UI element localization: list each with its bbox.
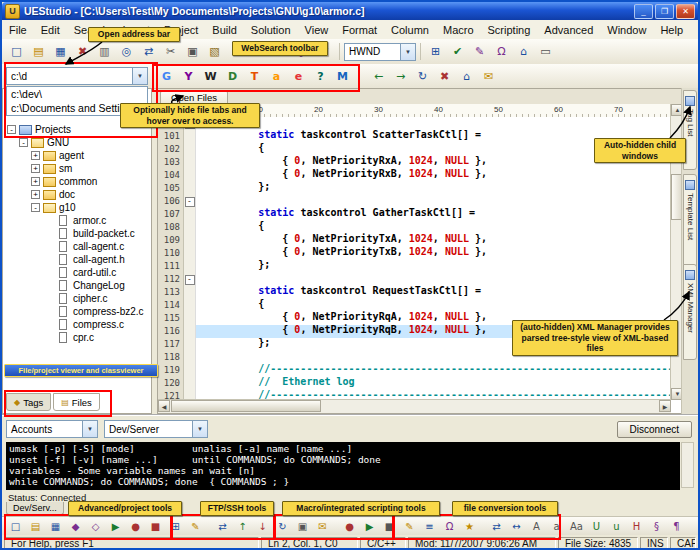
fold-marker[interactable] (184, 130, 196, 143)
sidebar-tab[interactable]: ▤ Files (53, 393, 100, 411)
fold-marker[interactable] (184, 312, 196, 325)
menu-item[interactable]: Advanced (537, 23, 600, 37)
open-files-tab[interactable]: Open Files (160, 90, 228, 104)
replace-icon[interactable]: ⇄ (138, 42, 159, 61)
from-utf8-icon[interactable]: u (607, 518, 626, 535)
menu-item[interactable]: Macro (436, 23, 481, 37)
autohide-tab[interactable]: XML Manager (683, 264, 697, 360)
ssh-terminal[interactable]: umask [-p] [-S] [mode] unalias [-a] name… (6, 442, 680, 490)
minimize-button[interactable]: _ (634, 4, 653, 19)
horizontal-scrollbar[interactable]: ◀ ▶ (158, 399, 671, 413)
stop-macro-icon[interactable]: ■ (380, 518, 399, 535)
cut-icon[interactable]: ✂ (160, 42, 181, 61)
tree-item[interactable]: cipher.c (5, 292, 149, 305)
ansi-oem-icon[interactable]: ¶ (667, 518, 686, 535)
tree-item[interactable]: compress-bz2.c (5, 305, 149, 318)
style-builder-icon[interactable]: ✎ (469, 42, 490, 61)
chevron-down-icon[interactable]: ▼ (132, 68, 147, 84)
fold-marker[interactable] (184, 364, 196, 377)
tree-item[interactable]: + sm (5, 162, 149, 175)
ftp-connect-icon[interactable]: ⇄ (213, 518, 232, 535)
menu-item[interactable]: View (298, 23, 336, 37)
dos-to-unix-icon[interactable]: ⇄ (487, 518, 506, 535)
tree-item[interactable]: + common (5, 175, 149, 188)
fold-marker[interactable] (184, 247, 196, 260)
menu-item[interactable]: Solution (244, 23, 298, 37)
to-utf8-icon[interactable]: U (587, 518, 606, 535)
whois-search-icon[interactable]: ? (310, 67, 331, 86)
oem-ansi-icon[interactable]: § (647, 518, 666, 535)
stop-build-icon[interactable]: ■ (146, 518, 165, 535)
tree-item[interactable]: ChangeLog (5, 279, 149, 292)
fold-marker[interactable] (184, 325, 196, 338)
new-project-icon[interactable]: □ (6, 518, 25, 535)
accounts-combo[interactable]: Accounts ▼ (6, 420, 98, 438)
fold-marker[interactable] (184, 299, 196, 312)
upload-icon[interactable]: ↑ (233, 518, 252, 535)
menu-item[interactable]: Window (600, 23, 653, 37)
fold-marker[interactable] (184, 234, 196, 247)
tree-item[interactable]: call-agent.h (5, 253, 149, 266)
download-icon[interactable]: ↓ (253, 518, 272, 535)
open-project-icon[interactable]: ▤ (26, 518, 45, 535)
fold-marker[interactable] (184, 286, 196, 299)
fullscreen-icon[interactable]: ▭ (535, 42, 556, 61)
sync-icon[interactable]: ↻ (273, 518, 292, 535)
tree-item[interactable]: + agent (5, 149, 149, 162)
column-mode-icon[interactable]: ≡ (694, 518, 700, 535)
play-macro-icon[interactable]: ▶ (360, 518, 379, 535)
yahoo-search-icon[interactable]: Y (178, 67, 199, 86)
google-search-icon[interactable]: G (156, 67, 177, 86)
print-icon[interactable]: ▥ (94, 42, 115, 61)
dictionary-search-icon[interactable]: D (222, 67, 243, 86)
open-file-icon[interactable]: ▤ (28, 42, 49, 61)
tree-item[interactable]: compress.c (5, 318, 149, 331)
hex-mode-icon[interactable]: H (627, 518, 646, 535)
tree-item[interactable]: - g10 (5, 201, 149, 214)
back-icon[interactable]: ← (368, 67, 389, 86)
chevron-down-icon[interactable]: ▼ (400, 44, 415, 60)
address-dropdown-item[interactable]: c:\dev\ (7, 87, 147, 101)
menu-item[interactable]: Column (384, 23, 436, 37)
menu-item[interactable]: Scripting (481, 23, 538, 37)
tree-toggle[interactable]: + (31, 190, 40, 199)
chevron-down-icon[interactable]: ▼ (82, 421, 97, 437)
fold-marker[interactable] (184, 338, 196, 351)
msn-search-icon[interactable]: M (332, 67, 353, 86)
scroll-right-icon[interactable]: ▶ (659, 400, 671, 412)
menu-item[interactable]: Build (205, 23, 243, 37)
symbol-combo[interactable]: HWND ▼ (344, 43, 416, 61)
fold-marker[interactable] (184, 182, 196, 195)
save-workspace-icon[interactable]: ▦ (46, 518, 65, 535)
address-bar-input[interactable]: c:\d ▼ (6, 67, 148, 85)
tree-item[interactable]: + doc (5, 188, 149, 201)
menu-item[interactable]: Help (653, 23, 690, 37)
stop-icon[interactable]: ✖ (434, 67, 455, 86)
mail-icon[interactable]: ✉ (478, 67, 499, 86)
debug-icon[interactable]: ● (126, 518, 145, 535)
new-file-icon[interactable]: □ (6, 42, 27, 61)
scroll-left-icon[interactable]: ◀ (158, 400, 170, 412)
fold-marker[interactable] (184, 377, 196, 390)
edit-macro-icon[interactable]: ✎ (400, 518, 419, 535)
tree-toggle[interactable]: + (31, 164, 40, 173)
wikipedia-search-icon[interactable]: W (200, 67, 221, 86)
fold-marker[interactable] (184, 143, 196, 156)
class-viewer-icon[interactable]: ⊞ (166, 518, 185, 535)
tree-toggle[interactable]: - (31, 203, 40, 212)
run-script-icon[interactable]: Ω (440, 518, 459, 535)
fold-marker[interactable] (184, 169, 196, 182)
autohide-tab[interactable]: Template List (683, 174, 697, 274)
tree-item[interactable]: build-packet.c (5, 227, 149, 240)
refresh-icon[interactable]: ↻ (412, 67, 433, 86)
unix-to-dos-icon[interactable]: ↔ (507, 518, 526, 535)
fold-marker[interactable] (184, 260, 196, 273)
ebay-search-icon[interactable]: e (288, 67, 309, 86)
paste-icon[interactable]: ▧ (204, 42, 225, 61)
tree-item[interactable]: call-agent.c (5, 240, 149, 253)
chevron-down-icon[interactable]: ▼ (192, 421, 207, 437)
fold-marker[interactable] (184, 351, 196, 364)
save-file-icon[interactable]: ▦ (50, 42, 71, 61)
to-upper-icon[interactable]: A (527, 518, 546, 535)
terminal-scrollbar[interactable] (681, 442, 694, 488)
